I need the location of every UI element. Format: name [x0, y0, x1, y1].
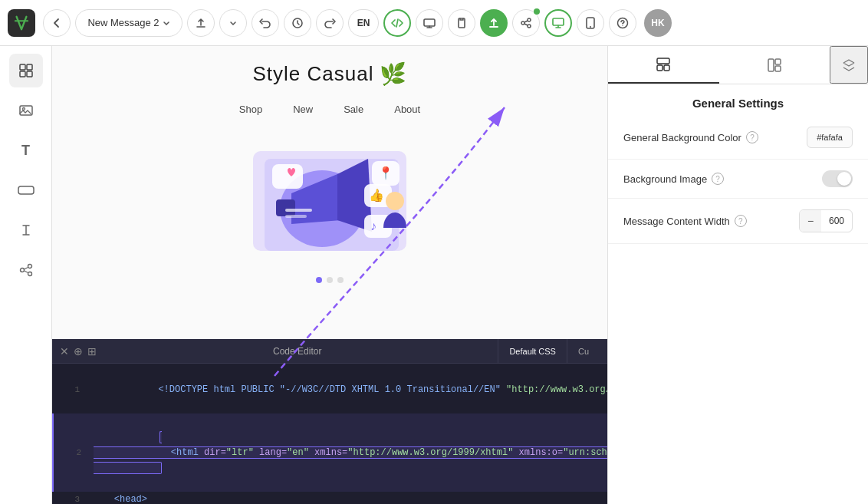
bg-image-value [822, 170, 853, 187]
stepper-minus[interactable]: − [800, 210, 821, 232]
language-button[interactable]: EN [348, 9, 379, 37]
svg-rect-12 [27, 64, 32, 70]
bg-image-help[interactable]: ? [712, 173, 724, 185]
nav-shop[interactable]: Shop [239, 104, 262, 115]
svg-rect-39 [664, 65, 669, 71]
svg-rect-40 [768, 59, 774, 71]
right-panel-tabs [608, 46, 868, 84]
sidebar-social-button[interactable] [9, 253, 43, 287]
toolbar: New Message 2 EN [0, 0, 868, 46]
bg-color-picker[interactable]: #fafafa [807, 127, 853, 148]
content-width-label: Message Content Width ? [623, 215, 799, 227]
content-width-help[interactable]: ? [735, 215, 747, 227]
stepper-input[interactable] [821, 216, 852, 226]
email-header: Style Casual 🌿 [100, 46, 560, 94]
svg-text:♪: ♪ [370, 219, 376, 232]
svg-point-8 [590, 26, 591, 28]
dropdown-button[interactable] [219, 9, 247, 37]
code-editor-button[interactable] [383, 9, 411, 37]
code-line-2: 2 <html dir="ltr" lang="en" xmlns="http:… [52, 413, 607, 492]
close-icon[interactable]: ✕ [60, 345, 69, 357]
content-width-stepper[interactable]: − [799, 209, 853, 232]
nav-sale[interactable]: Sale [344, 104, 363, 115]
svg-rect-33 [285, 215, 307, 218]
settings-row-bg-color: General Background Color ? #fafafa [608, 116, 868, 160]
tab-style[interactable] [719, 46, 830, 84]
hero-illustration[interactable]: ♪ 📍 👍 [230, 132, 429, 266]
tab-layout[interactable] [608, 46, 719, 84]
share-button[interactable] [512, 9, 540, 37]
svg-point-18 [28, 265, 31, 268]
settings-row-bg-image: Background Image ? [608, 160, 868, 199]
svg-rect-11 [20, 64, 25, 70]
sidebar-text-button[interactable]: T [9, 133, 43, 167]
left-sidebar: T [0, 46, 52, 504]
code-content[interactable]: 1 <!DOCTYPE html PUBLIC "-//W3C//DTD XHT… [52, 364, 607, 504]
code-line-1: 1 <!DOCTYPE html PUBLIC "-//W3C//DTD XHT… [52, 367, 607, 413]
nav-new[interactable]: New [293, 104, 313, 115]
undo-button[interactable] [252, 9, 279, 37]
code-editor-title: Code Editor [273, 346, 321, 357]
tab-default-css[interactable]: Default CSS [498, 339, 567, 364]
sidebar-image-button[interactable] [9, 94, 43, 127]
bg-color-help[interactable]: ? [746, 131, 758, 143]
svg-rect-25 [272, 164, 303, 189]
svg-point-4 [521, 21, 524, 25]
grid-small-icon[interactable]: ⊞ [87, 345, 97, 357]
document-name-button[interactable]: New Message 2 [75, 9, 182, 37]
settings-row-content-width: Message Content Width ? − [608, 199, 868, 244]
logo-button[interactable] [8, 9, 35, 37]
svg-rect-37 [657, 58, 669, 64]
sidebar-input-button[interactable] [9, 173, 43, 207]
sidebar-spacer-button[interactable] [9, 213, 43, 247]
content-width-value: − [799, 209, 853, 232]
svg-point-16 [22, 108, 25, 110]
back-button[interactable] [43, 9, 71, 37]
tab-layers[interactable] [830, 46, 868, 84]
svg-point-19 [20, 268, 24, 272]
code-editor-panel: ✕ ⊕ ⊞ Code Editor Default CSS Cu 1 [52, 339, 607, 504]
svg-rect-38 [657, 65, 663, 71]
svg-rect-1 [424, 19, 435, 26]
clipboard-button[interactable] [448, 9, 475, 37]
svg-rect-41 [775, 59, 781, 64]
plus-icon[interactable]: ⊕ [74, 345, 83, 357]
email-nav: Shop New Sale About [239, 94, 420, 124]
bg-image-label: Background Image ? [623, 173, 822, 185]
nav-about[interactable]: About [394, 104, 420, 115]
monitor-button[interactable] [544, 9, 572, 37]
history-button[interactable] [284, 9, 311, 37]
code-line-3: 3 <head> [52, 492, 607, 504]
bg-color-value: #fafafa [807, 127, 853, 148]
svg-rect-13 [20, 71, 25, 77]
upload-button[interactable] [187, 9, 215, 37]
svg-text:👍: 👍 [369, 188, 384, 203]
bg-image-toggle[interactable] [822, 170, 853, 187]
svg-point-3 [528, 18, 531, 21]
desktop-preview-button[interactable] [416, 9, 443, 37]
dot-inactive-2 [337, 277, 344, 283]
code-editor-toolbar: ✕ ⊕ ⊞ Code Editor Default CSS Cu [52, 339, 607, 364]
svg-text:📍: 📍 [378, 166, 393, 180]
pagination-dots [316, 277, 344, 283]
dot-active [316, 277, 322, 283]
settings-title: General Settings [608, 84, 868, 116]
document-name-label: New Message 2 [87, 17, 159, 28]
bg-color-label: General Background Color ? [623, 131, 807, 143]
canvas-area: Style Casual 🌿 Shop New Sale About [52, 46, 607, 504]
code-toolbar-icons: ✕ ⊕ ⊞ [60, 345, 97, 357]
svg-point-20 [28, 272, 31, 276]
redo-button[interactable] [316, 9, 344, 37]
svg-point-5 [528, 25, 531, 28]
publish-button[interactable] [480, 9, 508, 37]
sidebar-grid-button[interactable] [9, 54, 43, 87]
tab-cu[interactable]: Cu [567, 339, 600, 364]
email-preview: Style Casual 🌿 Shop New Sale About [52, 46, 607, 339]
user-avatar[interactable]: HK [644, 9, 672, 37]
help-button[interactable] [609, 9, 636, 37]
svg-rect-6 [553, 18, 564, 25]
notification-dot [534, 8, 540, 15]
svg-rect-14 [27, 71, 32, 77]
mobile-button[interactable] [577, 9, 604, 37]
email-hero: ♪ 📍 👍 [100, 124, 560, 274]
